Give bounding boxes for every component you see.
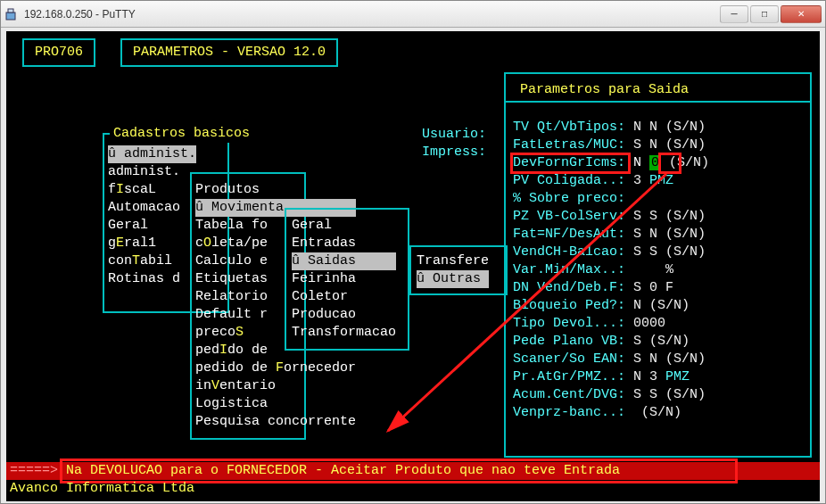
params-sep: [504, 101, 812, 103]
putty-icon: [4, 7, 19, 21]
menu3-item[interactable]: Entradas: [292, 235, 396, 252]
param-row: Acum.Cent/DVG: S S (S/N): [513, 386, 709, 404]
label-impress: Impress:: [422, 144, 486, 161]
highlight-label-devforn: [510, 153, 631, 174]
program-title-box: PARAMETROS - VERSAO 12.0: [120, 38, 338, 67]
params-title: Parametros para Saida: [516, 81, 692, 99]
menu1-item[interactable]: conTabil: [108, 252, 196, 270]
param-row: Var.Min/Max..: %: [513, 261, 709, 279]
menu4-item[interactable]: û Outras: [417, 270, 489, 288]
param-row: Bloqueio Ped?: N (S/N): [513, 297, 709, 315]
menu3: GeralEntradasû SaidasFeirinhaColetorProd…: [292, 217, 396, 342]
svg-rect-1: [8, 9, 13, 12]
titlebar[interactable]: 192.168.0.250 - PuTTY ─ □ ✕: [1, 1, 825, 28]
param-row: Venprz-banc..: (S/N): [513, 404, 709, 422]
menu1-item[interactable]: administ.: [108, 163, 196, 181]
param-row: FatLetras/MUC: S N (S/N): [513, 136, 709, 154]
menu1-item[interactable]: fIscaL: [108, 181, 196, 199]
param-row: TV Qt/VbTipos: N N (S/N): [513, 119, 709, 136]
minimize-button[interactable]: ─: [720, 5, 748, 23]
program-code-box: PRO706: [22, 38, 95, 67]
param-row: VendCH-Balcao: S S (S/N): [513, 244, 709, 261]
menu4-item[interactable]: Transfere: [417, 252, 489, 270]
maximize-button[interactable]: □: [750, 5, 779, 23]
svg-rect-0: [6, 12, 15, 20]
menu1-item[interactable]: û administ.: [108, 145, 196, 163]
terminal[interactable]: PRO706 PARAMETROS - VERSAO 12.0 Usuario:…: [6, 31, 820, 501]
param-row: Pr.AtGr/PMZ..: N 3 PMZ: [513, 368, 709, 386]
menu1-item[interactable]: Rotinas d: [108, 270, 196, 288]
menu1-item[interactable]: gEral1: [108, 235, 196, 252]
menu1-item[interactable]: Automacao: [108, 199, 196, 217]
menu2-item[interactable]: Produtos: [195, 181, 356, 199]
program-code: PRO706: [35, 45, 83, 60]
menu3-item[interactable]: Coletor: [292, 288, 396, 306]
param-row: Tipo Devol...: 0000: [513, 315, 709, 333]
param-row: % Sobre preco:: [513, 190, 709, 208]
param-row: PV Coligada..: 3 PMZ: [513, 172, 709, 190]
menu3-item[interactable]: Transformacao: [292, 324, 396, 342]
param-row: Pede Plano VB: S (S/N): [513, 333, 709, 351]
menu2-item[interactable]: pedido de Fornecedor: [195, 359, 356, 377]
param-row: DN Vend/Deb.F: S 0 F: [513, 279, 709, 297]
program-title: PARAMETROS - VERSAO 12.0: [133, 45, 326, 60]
menu3-item[interactable]: Geral: [292, 217, 396, 235]
footer-text: Avanco Informatica Ltda: [10, 480, 194, 498]
param-row: Scaner/So EAN: S N (S/N): [513, 351, 709, 368]
menu4: Transfereû Outras: [417, 252, 489, 288]
menu1-item[interactable]: Geral: [108, 217, 196, 235]
menu2-item[interactable]: inVentario: [195, 377, 356, 395]
window-title: 192.168.0.250 - PuTTY: [24, 8, 718, 21]
window-controls: ─ □ ✕: [718, 5, 822, 23]
app-window: 192.168.0.250 - PuTTY ─ □ ✕ PRO706 PARAM…: [0, 0, 826, 504]
menu3-item[interactable]: û Saidas: [292, 252, 396, 270]
menu2-item[interactable]: Pesquisa concorrente: [195, 413, 356, 431]
close-button[interactable]: ✕: [781, 5, 822, 23]
menu1: û administ.administ.fIscaLAutomacaoGeral…: [108, 145, 196, 288]
menu1-title: Cadastros basicos: [110, 125, 253, 143]
menu3-item[interactable]: Feirinha: [292, 270, 396, 288]
highlight-value-devforn: [658, 153, 681, 174]
menu2-item[interactable]: Logistica: [195, 395, 356, 413]
param-row: PZ VB-ColServ: S S (S/N): [513, 208, 709, 226]
status-prefix: =====>: [10, 462, 66, 480]
menu3-item[interactable]: Producao: [292, 306, 396, 324]
label-usuario: Usuario:: [422, 126, 486, 144]
param-row: Fat=NF/DesAut: S N (S/N): [513, 226, 709, 244]
